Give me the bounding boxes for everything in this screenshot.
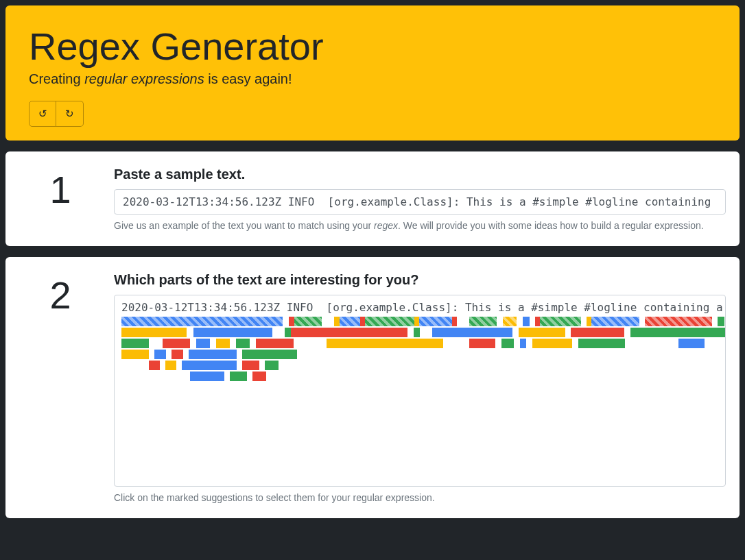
page-title: Regex Generator — [29, 25, 716, 69]
match-segment[interactable] — [121, 317, 283, 326]
page-subtitle: Creating regular expressions is easy aga… — [29, 71, 716, 87]
match-gap — [724, 317, 726, 326]
match-segment[interactable] — [294, 317, 322, 326]
match-segment[interactable] — [532, 339, 572, 348]
redo-button[interactable]: ↻ — [56, 101, 84, 127]
match-segment[interactable] — [189, 350, 237, 359]
match-segment[interactable] — [571, 328, 624, 337]
match-segment[interactable] — [630, 328, 726, 337]
match-gap — [625, 339, 678, 348]
sample-display: 2020-03-12T13:34:56.123Z INFO [org.examp… — [121, 301, 718, 314]
match-segment[interactable] — [419, 317, 452, 326]
match-segment[interactable] — [285, 328, 291, 337]
step-2-title: Which parts of the text are interesting … — [114, 272, 726, 288]
match-segment[interactable] — [163, 339, 190, 348]
match-segment[interactable] — [291, 328, 407, 337]
match-segment[interactable] — [149, 361, 160, 370]
match-gap — [166, 350, 172, 359]
match-gap — [705, 339, 726, 348]
match-segment[interactable] — [165, 361, 176, 370]
match-gap — [581, 317, 587, 326]
match-gap — [160, 361, 165, 370]
match-gap — [420, 328, 432, 337]
match-segment[interactable] — [236, 339, 250, 348]
match-segment[interactable] — [182, 361, 237, 370]
match-row — [121, 350, 718, 359]
match-segment[interactable] — [190, 372, 224, 381]
match-segment[interactable] — [540, 317, 581, 326]
step-1-hint: Give us an example of the text you want … — [114, 220, 726, 231]
match-gap — [306, 339, 327, 348]
match-segment[interactable] — [519, 328, 565, 337]
match-segment[interactable] — [414, 328, 420, 337]
history-controls: ↺ ↻ — [29, 101, 716, 127]
match-row — [121, 361, 718, 370]
match-segment[interactable] — [121, 339, 149, 348]
match-segment[interactable] — [196, 339, 210, 348]
match-gap — [237, 361, 242, 370]
match-segment[interactable] — [289, 317, 294, 326]
match-segment[interactable] — [154, 350, 166, 359]
match-segment[interactable] — [252, 372, 266, 381]
match-segment[interactable] — [469, 339, 495, 348]
match-segment[interactable] — [452, 317, 457, 326]
step-number: 1 — [19, 167, 102, 231]
match-segment[interactable] — [587, 317, 591, 326]
match-gap — [294, 339, 306, 348]
match-segment[interactable] — [230, 372, 247, 381]
match-segment[interactable] — [432, 328, 512, 337]
match-segment[interactable] — [327, 339, 443, 348]
step-number: 2 — [19, 272, 102, 503]
match-segment[interactable] — [340, 317, 360, 326]
match-segment[interactable] — [121, 328, 187, 337]
match-segment[interactable] — [501, 339, 514, 348]
match-segment[interactable] — [365, 317, 414, 326]
match-segment[interactable] — [718, 317, 724, 326]
match-gap — [526, 339, 532, 348]
match-segment[interactable] — [265, 361, 279, 370]
match-segment[interactable] — [591, 317, 639, 326]
match-gap — [210, 339, 216, 348]
match-gap — [495, 339, 501, 348]
match-segment[interactable] — [469, 317, 497, 326]
match-gap — [176, 361, 182, 370]
undo-icon: ↺ — [38, 108, 47, 120]
match-gap — [272, 328, 285, 337]
match-gap — [237, 350, 242, 359]
match-segment[interactable] — [678, 339, 705, 348]
redo-icon: ↻ — [65, 108, 74, 120]
match-segment[interactable] — [216, 339, 230, 348]
match-gap — [514, 339, 520, 348]
match-gap — [512, 328, 519, 337]
match-gap — [230, 339, 236, 348]
match-gap — [183, 350, 189, 359]
match-segment[interactable] — [334, 317, 340, 326]
match-gap — [224, 372, 230, 381]
app-header: Regex Generator Creating regular express… — [5, 5, 740, 141]
match-gap — [457, 317, 469, 326]
match-segment[interactable] — [242, 350, 297, 359]
match-suggestions-box: 2020-03-12T13:34:56.123Z INFO [org.examp… — [114, 295, 726, 487]
match-segment[interactable] — [535, 317, 540, 326]
match-gap — [149, 350, 154, 359]
undo-button[interactable]: ↺ — [29, 101, 56, 127]
match-segment[interactable] — [256, 339, 294, 348]
match-gap — [190, 339, 196, 348]
match-segment[interactable] — [242, 361, 259, 370]
match-segment[interactable] — [414, 317, 419, 326]
match-gap — [259, 361, 265, 370]
match-segment[interactable] — [193, 328, 272, 337]
match-gap — [530, 317, 535, 326]
match-segment[interactable] — [121, 350, 149, 359]
match-segment[interactable] — [172, 350, 183, 359]
match-segment[interactable] — [503, 317, 517, 326]
match-segment-rows — [121, 317, 718, 381]
match-segment[interactable] — [360, 317, 365, 326]
match-segment[interactable] — [645, 317, 712, 326]
sample-text-input[interactable] — [114, 189, 726, 215]
match-segment[interactable] — [523, 317, 530, 326]
match-gap — [121, 361, 149, 370]
match-segment[interactable] — [578, 339, 625, 348]
match-segment[interactable] — [520, 339, 526, 348]
match-gap — [572, 339, 578, 348]
